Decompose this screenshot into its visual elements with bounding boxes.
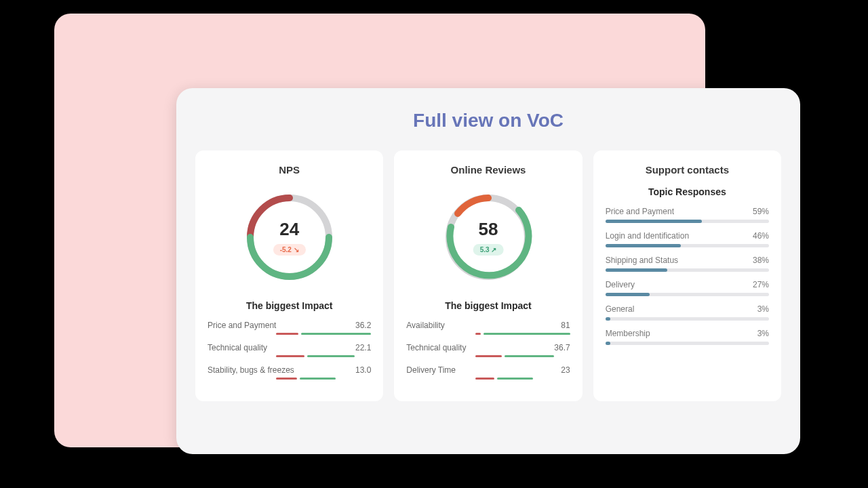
reviews-impact-label: The biggest Impact — [406, 300, 570, 311]
topic-row: Membership3% — [606, 329, 769, 345]
impact-value: 13.0 — [355, 365, 371, 375]
topic-bar — [606, 268, 769, 272]
nps-delta: -5.2 ↘ — [273, 244, 306, 256]
topic-label: Shipping and Status — [606, 256, 678, 265]
impact-label: Price and Payment — [208, 321, 276, 330]
support-topic-list: Price and Payment59%Login and Identifica… — [606, 207, 769, 345]
impact-bar — [208, 355, 371, 357]
impact-label: Stability, bugs & freezes — [208, 365, 294, 375]
topic-pct: 38% — [753, 256, 769, 265]
impact-label: Technical quality — [406, 343, 466, 352]
topic-label: Price and Payment — [606, 207, 674, 216]
nps-gauge: 24 -5.2 ↘ — [208, 186, 371, 288]
topic-pct: 3% — [757, 304, 769, 314]
reviews-title: Online Reviews — [406, 164, 570, 176]
topic-bar — [606, 220, 769, 223]
impact-bar — [208, 378, 371, 380]
nps-impact-label: The biggest Impact — [208, 300, 371, 311]
topic-pct: 3% — [757, 329, 769, 338]
topic-pct: 46% — [753, 231, 769, 241]
panel-title: Full view on VoC — [195, 110, 781, 131]
impact-bar — [208, 333, 371, 335]
topic-row: Price and Payment59% — [606, 207, 769, 223]
impact-row: Price and Payment36.2 — [208, 321, 371, 330]
reviews-gauge: 58 5.3 ↗ — [406, 186, 570, 288]
topic-label: Delivery — [606, 280, 635, 289]
impact-bar — [406, 378, 570, 380]
impact-row: Delivery Time23 — [406, 365, 570, 375]
topic-pct: 59% — [753, 207, 769, 216]
reviews-gauge-center: 58 5.3 ↗ — [473, 219, 504, 256]
support-title: Support contacts — [606, 164, 769, 176]
topic-bar — [606, 317, 769, 321]
topic-row: General3% — [606, 304, 769, 321]
topic-bar — [606, 244, 769, 247]
topic-label: General — [606, 304, 635, 314]
topic-label: Login and Identification — [606, 231, 689, 241]
impact-value: 81 — [561, 321, 570, 330]
impact-label: Delivery Time — [406, 365, 456, 375]
impact-bar — [406, 355, 570, 357]
topic-pct: 27% — [753, 280, 769, 289]
impact-value: 22.1 — [355, 343, 371, 352]
topic-bar — [606, 342, 769, 345]
voc-panel: Full view on VoC NPS 24 -5.2 ↘ The bigge… — [176, 88, 800, 454]
reviews-delta: 5.3 ↗ — [473, 244, 504, 256]
impact-row: Technical quality36.7 — [406, 343, 570, 352]
nps-gauge-center: 24 -5.2 ↘ — [273, 219, 306, 256]
nps-impact-list: Price and Payment36.2Technical quality22… — [208, 321, 371, 380]
impact-row: Stability, bugs & freezes13.0 — [208, 365, 371, 375]
topic-bar — [606, 293, 769, 296]
impact-row: Technical quality22.1 — [208, 343, 371, 352]
cards-row: NPS 24 -5.2 ↘ The biggest Impact Price a… — [195, 150, 781, 401]
impact-bar — [406, 333, 570, 335]
reviews-impact-list: Availability81Technical quality36.7Deliv… — [406, 321, 570, 380]
impact-label: Technical quality — [208, 343, 267, 352]
nps-card: NPS 24 -5.2 ↘ The biggest Impact Price a… — [195, 150, 383, 401]
impact-value: 36.7 — [554, 343, 570, 352]
topic-row: Shipping and Status38% — [606, 256, 769, 272]
nps-title: NPS — [208, 164, 371, 176]
impact-label: Availability — [406, 321, 444, 330]
topic-label: Membership — [606, 329, 650, 338]
support-card: Support contacts Topic Responses Price a… — [593, 150, 781, 401]
reviews-card: Online Reviews 58 5.3 ↗ The biggest Impa… — [394, 150, 582, 401]
impact-row: Availability81 — [406, 321, 570, 330]
support-section: Topic Responses — [606, 186, 769, 197]
impact-value: 36.2 — [355, 321, 371, 330]
nps-value: 24 — [273, 219, 306, 240]
topic-row: Delivery27% — [606, 280, 769, 296]
topic-row: Login and Identification46% — [606, 231, 769, 247]
reviews-value: 58 — [473, 219, 504, 240]
impact-value: 23 — [561, 365, 570, 375]
